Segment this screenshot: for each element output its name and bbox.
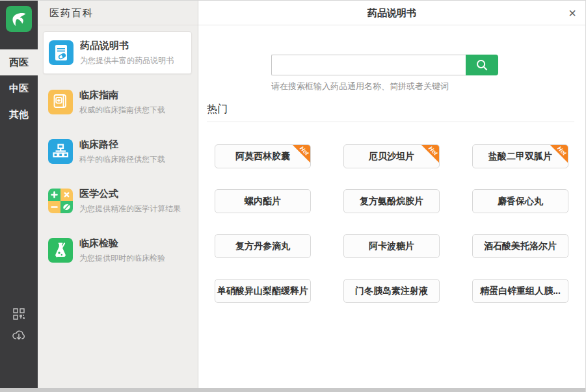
clinical-guide-icon [48, 90, 73, 114]
nav-item-subtitle: 为您提供精准的医学计算结果 [79, 203, 181, 215]
tab-other[interactable]: 其他 [0, 101, 38, 127]
drug-name: 阿莫西林胶囊 [235, 151, 290, 163]
drug-name: 复方氨酚烷胺片 [360, 196, 423, 207]
drug-name: 厄贝沙坦片 [369, 151, 414, 163]
nav-item-clinical-path[interactable]: 临床路径 科学的临床路径供您下载 [43, 130, 192, 173]
clinical-path-icon [48, 139, 73, 164]
nav-item-subtitle: 权威的临床指南供您下载 [79, 105, 165, 116]
search-magnifier-icon [475, 59, 488, 72]
drug-name: 门冬胰岛素注射液 [355, 285, 428, 297]
drug-button[interactable]: 复方丹参滴丸 [215, 234, 311, 258]
nav-item-text: 临床指南 权威的临床指南供您下载 [79, 89, 165, 116]
drug-name: 盐酸二甲双胍片 [488, 151, 552, 163]
search-button[interactable] [466, 55, 498, 75]
drug-name: 复方丹参滴丸 [235, 241, 290, 252]
drug-button[interactable]: 门冬胰岛素注射液 [343, 279, 440, 303]
drug-name: 酒石酸美托洛尔片 [484, 241, 557, 252]
tab-western-medicine[interactable]: 西医 [0, 49, 38, 75]
nav-item-title: 临床路径 [79, 138, 165, 151]
tab-chinese-medicine[interactable]: 中医 [0, 75, 38, 101]
app-sidebar: 西医 中医 其他 [0, 1, 38, 392]
drug-name: 麝香保心丸 [498, 196, 543, 207]
app-window: 西医 中医 其他 医药百科 [0, 0, 586, 392]
drug-name: 单硝酸异山梨酯缓释片 [217, 285, 308, 297]
drug-grid: 阿莫西林胶囊Hot厄贝沙坦片Hot盐酸二甲双胍片Hot螺内酯片复方氨酚烷胺片麝香… [215, 144, 585, 303]
qr-code-icon[interactable] [13, 308, 25, 320]
drug-button[interactable]: 盐酸二甲双胍片Hot [472, 144, 568, 168]
search-input[interactable] [271, 55, 466, 75]
nav-item-subtitle: 为您提供即时的临床检验 [79, 253, 165, 264]
app-logo-icon[interactable] [6, 6, 32, 32]
search-hint: 请在搜索框输入药品通用名称、简拼或者关键词 [271, 81, 585, 92]
panel-title: 医药百科 [38, 1, 198, 25]
main-header: 药品说明书 × [198, 1, 585, 25]
nav-items: 药品说明书 为您提供丰富的药品说明书 临床指南 权威的临床指南供您下载 [38, 25, 198, 272]
drug-name: 螺内酯片 [245, 196, 281, 207]
drug-button[interactable]: 螺内酯片 [215, 189, 311, 213]
hot-badge: Hot [291, 144, 311, 164]
drug-button[interactable]: 复方氨酚烷胺片 [343, 189, 440, 213]
medical-formula-icon [48, 189, 73, 213]
nav-item-text: 临床路径 科学的临床路径供您下载 [79, 138, 165, 165]
drug-button[interactable]: 阿卡波糖片 [343, 234, 440, 258]
category-tabs: 西医 中医 其他 [0, 49, 38, 127]
nav-item-clinical-guide[interactable]: 临床指南 权威的临床指南供您下载 [43, 81, 192, 124]
nav-item-title: 临床指南 [79, 89, 165, 101]
nav-item-clinical-test[interactable]: 临床检验 为您提供即时的临床检验 [43, 229, 192, 272]
sidebar-bottom-icons [0, 308, 38, 341]
drug-button[interactable]: 酒石酸美托洛尔片 [472, 234, 568, 258]
drug-button[interactable]: 厄贝沙坦片Hot [343, 144, 440, 168]
window-bottom-edge [0, 388, 585, 392]
drug-button[interactable]: 阿莫西林胶囊Hot [215, 144, 311, 168]
clinical-test-icon [48, 238, 73, 263]
hot-badge: Hot [420, 144, 440, 164]
nav-item-text: 药品说明书 为您提供丰富的药品说明书 [80, 40, 174, 66]
main-panel: 药品说明书 × 请在搜索框输入药品通用名称、简拼或者关键词 热门 阿莫西林胶囊H… [198, 1, 585, 392]
close-icon[interactable]: × [568, 4, 576, 22]
nav-item-subtitle: 为您提供丰富的药品说明书 [80, 55, 174, 66]
nav-item-drug-manual[interactable]: 药品说明书 为您提供丰富的药品说明书 [43, 31, 192, 74]
nav-item-text: 临床检验 为您提供即时的临床检验 [79, 237, 165, 264]
nav-item-subtitle: 科学的临床路径供您下载 [79, 154, 165, 165]
drug-name: 阿卡波糖片 [369, 241, 414, 252]
drug-button[interactable]: 麝香保心丸 [472, 189, 568, 213]
drug-manual-icon [49, 40, 73, 65]
nav-item-text: 医学公式 为您提供精准的医学计算结果 [79, 188, 181, 215]
drug-name: 精蛋白锌重组人胰... [480, 285, 561, 297]
hot-section-divider [207, 122, 574, 122]
nav-item-title: 临床检验 [79, 237, 165, 250]
cloud-download-icon[interactable] [12, 329, 26, 341]
drug-button[interactable]: 精蛋白锌重组人胰... [472, 279, 568, 303]
page-title: 药品说明书 [198, 1, 585, 25]
search-row [271, 55, 585, 75]
nav-item-medical-formula[interactable]: 医学公式 为您提供精准的医学计算结果 [43, 179, 192, 222]
drug-button[interactable]: 单硝酸异山梨酯缓释片 [215, 279, 311, 303]
nav-item-title: 药品说明书 [80, 40, 174, 52]
hot-section-heading: 热门 [207, 103, 585, 116]
nav-panel: 医药百科 药品说明书 为您提供丰富的药品说明书 [38, 1, 198, 392]
nav-item-title: 医学公式 [79, 188, 181, 200]
